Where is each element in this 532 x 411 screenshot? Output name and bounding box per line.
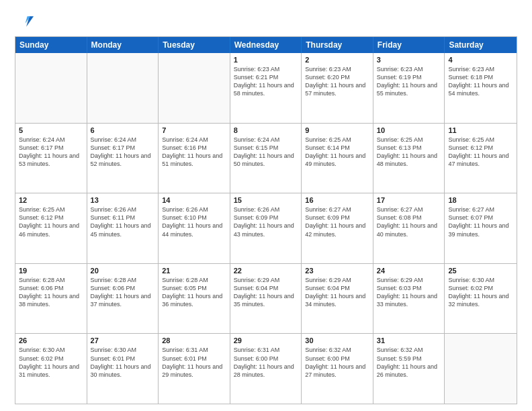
empty-cell: [445, 334, 517, 404]
header-day-saturday: Saturday: [445, 37, 517, 53]
day-cell-10: 10Sunrise: 6:25 AMSunset: 6:13 PMDayligh…: [373, 124, 445, 193]
day-number: 30: [305, 336, 369, 345]
day-number: 28: [162, 336, 226, 345]
day-number: 11: [448, 126, 513, 134]
day-number: 17: [377, 196, 441, 204]
day-number: 20: [91, 267, 155, 275]
cell-info: Sunrise: 6:30 AMSunset: 6:02 PMDaylight:…: [448, 276, 513, 309]
cell-info: Sunrise: 6:26 AMSunset: 6:10 PMDaylight:…: [162, 205, 226, 238]
day-number: 3: [377, 56, 441, 64]
day-cell-9: 9Sunrise: 6:25 AMSunset: 6:14 PMDaylight…: [302, 124, 373, 193]
cell-info: Sunrise: 6:31 AMSunset: 6:01 PMDaylight:…: [162, 346, 226, 379]
day-cell-28: 28Sunrise: 6:31 AMSunset: 6:01 PMDayligh…: [159, 334, 230, 404]
day-cell-16: 16Sunrise: 6:27 AMSunset: 6:09 PMDayligh…: [302, 193, 373, 263]
day-number: 23: [305, 267, 369, 275]
cell-info: Sunrise: 6:24 AMSunset: 6:17 PMDaylight:…: [19, 136, 83, 169]
day-cell-13: 13Sunrise: 6:26 AMSunset: 6:11 PMDayligh…: [87, 193, 159, 263]
cell-info: Sunrise: 6:23 AMSunset: 6:20 PMDaylight:…: [305, 65, 369, 98]
cell-info: Sunrise: 6:30 AMSunset: 6:01 PMDaylight:…: [91, 346, 155, 379]
day-number: 2: [305, 56, 369, 64]
day-number: 10: [377, 126, 441, 134]
cell-info: Sunrise: 6:31 AMSunset: 6:00 PMDaylight:…: [234, 346, 298, 379]
cell-info: Sunrise: 6:25 AMSunset: 6:12 PMDaylight:…: [19, 205, 83, 238]
cell-info: Sunrise: 6:25 AMSunset: 6:12 PMDaylight:…: [448, 136, 513, 169]
cell-info: Sunrise: 6:26 AMSunset: 6:09 PMDaylight:…: [234, 205, 298, 238]
header-day-sunday: Sunday: [15, 37, 87, 53]
day-cell-21: 21Sunrise: 6:28 AMSunset: 6:05 PMDayligh…: [159, 264, 230, 334]
cell-info: Sunrise: 6:27 AMSunset: 6:07 PMDaylight:…: [448, 205, 513, 238]
cell-info: Sunrise: 6:27 AMSunset: 6:09 PMDaylight:…: [305, 205, 369, 238]
day-number: 12: [19, 196, 83, 204]
day-number: 27: [91, 336, 155, 345]
day-cell-22: 22Sunrise: 6:29 AMSunset: 6:04 PMDayligh…: [230, 264, 302, 334]
day-cell-23: 23Sunrise: 6:29 AMSunset: 6:04 PMDayligh…: [302, 264, 373, 334]
day-number: 21: [162, 267, 226, 275]
cell-info: Sunrise: 6:24 AMSunset: 6:16 PMDaylight:…: [162, 136, 226, 169]
day-number: 24: [377, 267, 441, 275]
day-cell-12: 12Sunrise: 6:25 AMSunset: 6:12 PMDayligh…: [15, 193, 87, 263]
header: [15, 12, 517, 31]
cell-info: Sunrise: 6:32 AMSunset: 6:00 PMDaylight:…: [305, 346, 369, 379]
cell-info: Sunrise: 6:23 AMSunset: 6:21 PMDaylight:…: [234, 65, 298, 98]
day-number: 8: [234, 126, 298, 134]
day-cell-25: 25Sunrise: 6:30 AMSunset: 6:02 PMDayligh…: [445, 264, 517, 334]
day-number: 7: [162, 126, 226, 134]
cell-info: Sunrise: 6:29 AMSunset: 6:04 PMDaylight:…: [234, 276, 298, 309]
day-number: 22: [234, 267, 298, 275]
day-number: 14: [162, 196, 226, 204]
day-number: 16: [305, 196, 369, 204]
day-number: 29: [234, 336, 298, 345]
cell-info: Sunrise: 6:32 AMSunset: 5:59 PMDaylight:…: [377, 346, 441, 379]
day-number: 9: [305, 126, 369, 134]
week-row-4: 19Sunrise: 6:28 AMSunset: 6:06 PMDayligh…: [15, 264, 517, 334]
cell-info: Sunrise: 6:27 AMSunset: 6:08 PMDaylight:…: [377, 205, 441, 238]
day-number: 26: [19, 336, 83, 345]
day-cell-1: 1Sunrise: 6:23 AMSunset: 6:21 PMDaylight…: [230, 53, 302, 123]
week-row-2: 5Sunrise: 6:24 AMSunset: 6:17 PMDaylight…: [15, 124, 517, 194]
calendar: SundayMondayTuesdayWednesdayThursdayFrid…: [15, 36, 517, 404]
header-day-friday: Friday: [373, 37, 445, 53]
header-day-wednesday: Wednesday: [230, 37, 302, 53]
day-number: 31: [377, 336, 441, 345]
day-cell-2: 2Sunrise: 6:23 AMSunset: 6:20 PMDaylight…: [302, 53, 373, 123]
day-number: 18: [448, 196, 513, 204]
cell-info: Sunrise: 6:23 AMSunset: 6:18 PMDaylight:…: [448, 65, 513, 98]
day-cell-15: 15Sunrise: 6:26 AMSunset: 6:09 PMDayligh…: [230, 193, 302, 263]
day-cell-6: 6Sunrise: 6:24 AMSunset: 6:17 PMDaylight…: [87, 124, 159, 193]
day-cell-18: 18Sunrise: 6:27 AMSunset: 6:07 PMDayligh…: [445, 193, 517, 263]
cell-info: Sunrise: 6:23 AMSunset: 6:19 PMDaylight:…: [377, 65, 441, 98]
day-cell-30: 30Sunrise: 6:32 AMSunset: 6:00 PMDayligh…: [302, 334, 373, 404]
day-cell-5: 5Sunrise: 6:24 AMSunset: 6:17 PMDaylight…: [15, 124, 87, 193]
day-cell-19: 19Sunrise: 6:28 AMSunset: 6:06 PMDayligh…: [15, 264, 87, 334]
cell-info: Sunrise: 6:25 AMSunset: 6:14 PMDaylight:…: [305, 136, 369, 169]
day-cell-24: 24Sunrise: 6:29 AMSunset: 6:03 PMDayligh…: [373, 264, 445, 334]
header-day-thursday: Thursday: [302, 37, 373, 53]
day-cell-27: 27Sunrise: 6:30 AMSunset: 6:01 PMDayligh…: [87, 334, 159, 404]
day-cell-26: 26Sunrise: 6:30 AMSunset: 6:02 PMDayligh…: [15, 334, 87, 404]
week-row-3: 12Sunrise: 6:25 AMSunset: 6:12 PMDayligh…: [15, 193, 517, 264]
cell-info: Sunrise: 6:29 AMSunset: 6:03 PMDaylight:…: [377, 276, 441, 309]
day-cell-3: 3Sunrise: 6:23 AMSunset: 6:19 PMDaylight…: [373, 53, 445, 123]
day-cell-20: 20Sunrise: 6:28 AMSunset: 6:06 PMDayligh…: [87, 264, 159, 334]
cell-info: Sunrise: 6:25 AMSunset: 6:13 PMDaylight:…: [377, 136, 441, 169]
logo: [15, 12, 36, 31]
day-cell-31: 31Sunrise: 6:32 AMSunset: 5:59 PMDayligh…: [373, 334, 445, 404]
calendar-body: 1Sunrise: 6:23 AMSunset: 6:21 PMDaylight…: [15, 53, 517, 404]
cell-info: Sunrise: 6:28 AMSunset: 6:06 PMDaylight:…: [91, 276, 155, 309]
day-cell-14: 14Sunrise: 6:26 AMSunset: 6:10 PMDayligh…: [159, 193, 230, 263]
week-row-1: 1Sunrise: 6:23 AMSunset: 6:21 PMDaylight…: [15, 53, 517, 124]
day-number: 5: [19, 126, 83, 134]
day-number: 1: [234, 56, 298, 64]
empty-cell: [159, 53, 230, 123]
day-cell-4: 4Sunrise: 6:23 AMSunset: 6:18 PMDaylight…: [445, 53, 517, 123]
day-number: 15: [234, 196, 298, 204]
cell-info: Sunrise: 6:30 AMSunset: 6:02 PMDaylight:…: [19, 346, 83, 379]
cell-info: Sunrise: 6:28 AMSunset: 6:06 PMDaylight:…: [19, 276, 83, 309]
header-day-monday: Monday: [87, 37, 159, 53]
calendar-header: SundayMondayTuesdayWednesdayThursdayFrid…: [15, 37, 517, 53]
header-day-tuesday: Tuesday: [159, 37, 230, 53]
cell-info: Sunrise: 6:24 AMSunset: 6:17 PMDaylight:…: [91, 136, 155, 169]
cell-info: Sunrise: 6:26 AMSunset: 6:11 PMDaylight:…: [91, 205, 155, 238]
day-number: 19: [19, 267, 83, 275]
day-number: 4: [448, 56, 513, 64]
